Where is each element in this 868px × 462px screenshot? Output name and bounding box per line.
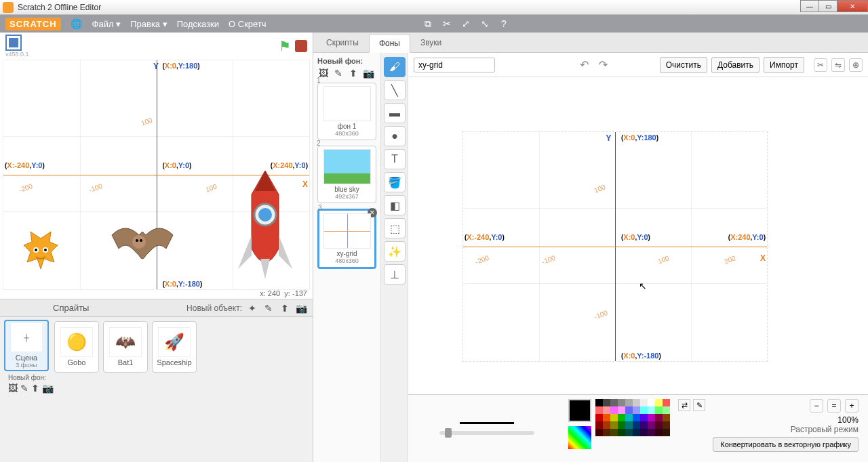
palette-color[interactable] — [663, 399, 670, 406]
palette-color[interactable] — [603, 429, 610, 436]
sprite-gobo[interactable] — [17, 228, 64, 282]
text-tool[interactable]: T — [384, 149, 406, 169]
bg-camera-icon[interactable]: 📷 — [42, 383, 54, 394]
palette-color[interactable] — [655, 429, 663, 436]
upload-icon[interactable]: ⬆ — [279, 303, 291, 314]
palette-color[interactable] — [618, 429, 625, 436]
backdrop-thumb-2[interactable]: 2 blue sky 492x367 — [317, 146, 376, 203]
swap-colors-icon[interactable]: ⇄ — [678, 399, 690, 411]
eyedropper-icon[interactable]: ✎ — [693, 399, 705, 411]
palette-color[interactable] — [633, 421, 640, 429]
menu-about[interactable]: О Скретч — [229, 19, 267, 29]
menu-tips[interactable]: Подсказки — [177, 19, 219, 29]
palette-color[interactable] — [610, 421, 618, 429]
palette-color[interactable] — [603, 406, 610, 414]
globe-icon[interactable]: 🌐 — [71, 18, 83, 30]
palette-color[interactable] — [610, 414, 618, 421]
redo-icon[interactable]: ↷ — [596, 58, 611, 72]
stamp-tool[interactable]: ⊥ — [384, 264, 406, 285]
palette-color[interactable] — [655, 399, 663, 406]
sprite-bat[interactable] — [105, 215, 180, 276]
bglist-upload-icon[interactable]: ⬆ — [347, 68, 359, 79]
tab-costumes[interactable]: Фоны — [369, 34, 410, 53]
clear-button[interactable]: Очистить — [660, 57, 707, 73]
color-palette[interactable] — [595, 399, 670, 436]
palette-color[interactable] — [648, 429, 655, 436]
bg-library-icon[interactable]: 🖼 — [8, 383, 18, 394]
palette-color[interactable] — [633, 406, 640, 414]
maximize-button[interactable]: ▭ — [818, 0, 837, 12]
grow-icon[interactable]: ⤢ — [460, 18, 472, 30]
palette-color[interactable] — [640, 399, 648, 406]
tab-sounds[interactable]: Звуки — [410, 33, 452, 52]
palette-color[interactable] — [648, 399, 655, 406]
fullscreen-icon[interactable] — [5, 35, 22, 51]
paint-icon[interactable]: ✎ — [262, 303, 275, 314]
camera-icon[interactable]: 📷 — [295, 303, 307, 314]
palette-color[interactable] — [663, 414, 670, 421]
scissors-icon[interactable]: ✂ — [441, 18, 453, 30]
current-color-swatch[interactable] — [568, 399, 591, 422]
palette-color[interactable] — [618, 399, 625, 406]
eraser-tool[interactable]: ◧ — [384, 195, 406, 215]
palette-color[interactable] — [655, 406, 663, 414]
palette-color[interactable] — [618, 406, 625, 414]
sprite-thumb-gobo[interactable]: 🟡Gobo — [54, 321, 99, 373]
palette-color[interactable] — [633, 414, 640, 421]
palette-color[interactable] — [648, 414, 655, 421]
stamp-icon[interactable]: ⧉ — [422, 18, 434, 30]
palette-color[interactable] — [648, 421, 655, 429]
palette-color[interactable] — [603, 414, 610, 421]
ellipse-tool[interactable]: ● — [384, 126, 406, 146]
palette-color[interactable] — [625, 429, 633, 436]
menu-file[interactable]: Файл ▾ — [92, 19, 121, 29]
center-icon[interactable]: ⊕ — [849, 58, 863, 72]
zoom-out-icon[interactable]: − — [810, 399, 823, 413]
convert-vector-button[interactable]: Конвертировать в векторную графику — [713, 437, 859, 452]
minimize-button[interactable]: — — [800, 0, 819, 12]
palette-color[interactable] — [633, 399, 640, 406]
tab-scripts[interactable]: Скрипты — [316, 33, 369, 52]
green-flag-icon[interactable]: ⚑ — [279, 38, 291, 54]
palette-color[interactable] — [640, 406, 648, 414]
stage-canvas[interactable]: Y X (X:0,Y:180) (X:-240,Y:0) (X:0,Y:0) (… — [3, 60, 310, 290]
palette-color[interactable] — [595, 414, 603, 421]
bglist-camera-icon[interactable]: 📷 — [362, 68, 374, 79]
paint-canvas[interactable]: Y X (X:0,Y:180) (X:-240,Y:0) (X:0,Y:0) (… — [408, 77, 868, 394]
library-icon[interactable]: ✦ — [246, 303, 258, 314]
palette-color[interactable] — [663, 421, 670, 429]
palette-color[interactable] — [640, 414, 648, 421]
palette-color[interactable] — [625, 399, 633, 406]
add-button[interactable]: Добавить — [711, 57, 760, 73]
costume-name-input[interactable] — [414, 58, 495, 72]
palette-color[interactable] — [655, 414, 663, 421]
palette-color[interactable] — [595, 399, 603, 406]
sprite-thumb-spaceship[interactable]: 🚀Spaceship — [152, 321, 197, 373]
palette-color[interactable] — [618, 414, 625, 421]
stop-button[interactable] — [295, 40, 307, 52]
zoom-in-icon[interactable]: + — [845, 399, 859, 413]
palette-color[interactable] — [618, 421, 625, 429]
palette-color[interactable] — [655, 421, 663, 429]
rect-tool[interactable]: ▬ — [384, 103, 406, 123]
palette-color[interactable] — [610, 406, 618, 414]
wand-tool[interactable]: ✨ — [384, 241, 406, 261]
brush-tool[interactable]: 🖌 — [384, 57, 406, 77]
menu-edit[interactable]: Правка ▾ — [130, 19, 167, 29]
sprite-rocket[interactable] — [228, 167, 302, 282]
backdrop-thumb-3[interactable]: 3 ✕ xy-grid 480x360 — [317, 209, 376, 269]
palette-color[interactable] — [640, 421, 648, 429]
zoom-reset-icon[interactable]: = — [827, 399, 841, 413]
close-button[interactable]: ✕ — [837, 0, 868, 12]
fill-tool[interactable]: 🪣 — [384, 172, 406, 192]
stage-thumb[interactable]: ┼ Сцена 3 фоны — [4, 320, 49, 371]
import-button[interactable]: Импорт — [764, 57, 804, 73]
select-tool[interactable]: ⬚ — [384, 218, 406, 238]
bglist-paint-icon[interactable]: ✎ — [332, 68, 344, 79]
color-gradient[interactable] — [568, 426, 591, 449]
line-tool[interactable]: ╲ — [384, 80, 406, 100]
undo-icon[interactable]: ↶ — [577, 58, 592, 72]
help-icon[interactable]: ? — [498, 18, 510, 30]
palette-color[interactable] — [603, 421, 610, 429]
palette-color[interactable] — [625, 406, 633, 414]
